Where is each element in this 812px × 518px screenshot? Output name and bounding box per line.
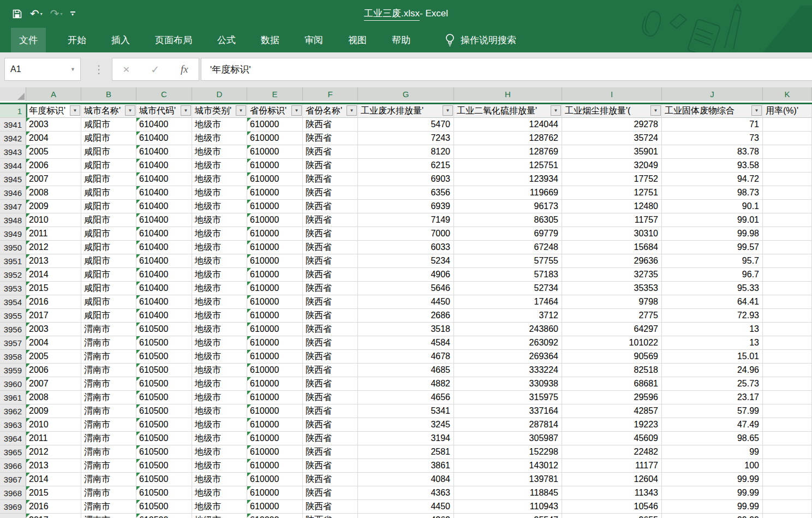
cell[interactable]: 610000 bbox=[247, 500, 303, 514]
row-number[interactable]: 3942 bbox=[0, 132, 26, 145]
cell[interactable]: 15684 bbox=[562, 241, 662, 254]
cell[interactable]: 陕西省 bbox=[303, 309, 358, 323]
cell[interactable]: 陕西省 bbox=[303, 118, 358, 132]
row-number[interactable]: 3943 bbox=[0, 145, 26, 159]
cell[interactable]: 610000 bbox=[247, 118, 303, 132]
save-button[interactable] bbox=[12, 9, 22, 19]
cell[interactable]: 地级市 bbox=[192, 473, 247, 486]
cell[interactable]: 渭南市 bbox=[81, 514, 136, 518]
column-header-F[interactable]: F bbox=[303, 87, 358, 101]
cell[interactable]: 610400 bbox=[136, 213, 192, 227]
cell[interactable]: 152298 bbox=[454, 445, 562, 459]
tab-view[interactable]: 视图 bbox=[343, 28, 372, 52]
row-number[interactable]: 3955 bbox=[0, 309, 26, 323]
tab-formulas[interactable]: 公式 bbox=[212, 28, 241, 52]
cell[interactable]: 99.01 bbox=[662, 213, 763, 227]
row-number[interactable]: 3961 bbox=[0, 391, 26, 404]
cell[interactable]: 610000 bbox=[247, 159, 303, 172]
cell[interactable]: 陕西省 bbox=[303, 323, 358, 336]
cell[interactable]: 2003 bbox=[26, 323, 81, 336]
cell[interactable]: 2016 bbox=[26, 500, 81, 514]
cell[interactable]: 610000 bbox=[247, 132, 303, 145]
cell[interactable]: 2686 bbox=[358, 309, 454, 323]
cell[interactable]: 陕西省 bbox=[303, 418, 358, 432]
cell[interactable]: 陕西省 bbox=[303, 254, 358, 268]
cell[interactable]: 5470 bbox=[358, 118, 454, 132]
cell[interactable]: 陕西省 bbox=[303, 364, 358, 377]
header-cell[interactable]: 省份标识'▼ bbox=[247, 104, 303, 118]
cell[interactable]: 咸阳市 bbox=[81, 145, 136, 159]
cell[interactable]: 陕西省 bbox=[303, 445, 358, 459]
cell[interactable]: 2008 bbox=[26, 391, 81, 404]
cell[interactable]: 610500 bbox=[136, 323, 192, 336]
cell[interactable]: 610000 bbox=[247, 323, 303, 336]
cell[interactable]: 地级市 bbox=[192, 241, 247, 254]
cell[interactable] bbox=[763, 254, 812, 268]
cell[interactable]: 124044 bbox=[454, 118, 562, 132]
cell[interactable]: 4656 bbox=[358, 391, 454, 404]
row-number[interactable]: 3960 bbox=[0, 377, 26, 391]
cell[interactable]: 35353 bbox=[562, 282, 662, 295]
cell[interactable]: 24.96 bbox=[662, 364, 763, 377]
cell[interactable]: 地级市 bbox=[192, 418, 247, 432]
cell[interactable] bbox=[763, 404, 812, 418]
select-all-corner[interactable] bbox=[0, 87, 26, 101]
cell[interactable]: 610500 bbox=[136, 459, 192, 473]
cell[interactable] bbox=[763, 377, 812, 391]
cell[interactable]: 98.73 bbox=[662, 186, 763, 200]
cell[interactable]: 13 bbox=[662, 336, 763, 350]
cell[interactable]: 陕西省 bbox=[303, 336, 358, 350]
cell[interactable]: 5234 bbox=[358, 254, 454, 268]
cell[interactable]: 陕西省 bbox=[303, 459, 358, 473]
cell[interactable] bbox=[763, 445, 812, 459]
cell[interactable]: 渭南市 bbox=[81, 391, 136, 404]
tab-page-layout[interactable]: 页面布局 bbox=[150, 28, 198, 52]
cell[interactable]: 地级市 bbox=[192, 118, 247, 132]
cell[interactable] bbox=[763, 200, 812, 213]
cell[interactable]: 269364 bbox=[454, 350, 562, 364]
cell[interactable] bbox=[763, 309, 812, 323]
cell[interactable]: 610400 bbox=[136, 172, 192, 186]
cell[interactable]: 610400 bbox=[136, 241, 192, 254]
cell[interactable]: 6903 bbox=[358, 172, 454, 186]
cell[interactable]: 99.99 bbox=[662, 514, 763, 518]
row-number[interactable]: 3945 bbox=[0, 172, 26, 186]
formula-bar-resize-handle[interactable]: ⋮ bbox=[93, 58, 104, 81]
cell[interactable]: 610500 bbox=[136, 336, 192, 350]
cell[interactable]: 2010 bbox=[26, 418, 81, 432]
cell[interactable]: 315975 bbox=[454, 391, 562, 404]
header-cell[interactable]: 工业烟尘排放量'(▼ bbox=[562, 104, 662, 118]
cell[interactable]: 610000 bbox=[247, 241, 303, 254]
row-number[interactable]: 3950 bbox=[0, 241, 26, 254]
filter-dropdown-icon[interactable]: ▼ bbox=[347, 105, 357, 116]
cell[interactable]: 139781 bbox=[454, 473, 562, 486]
cell[interactable]: 10546 bbox=[562, 500, 662, 514]
cell[interactable]: 123934 bbox=[454, 172, 562, 186]
row-number[interactable]: 3951 bbox=[0, 254, 26, 268]
cell[interactable]: 地级市 bbox=[192, 391, 247, 404]
header-cell[interactable]: 城市代码'▼ bbox=[136, 104, 192, 118]
cell[interactable]: 陕西省 bbox=[303, 432, 358, 445]
cell[interactable] bbox=[763, 132, 812, 145]
cell[interactable]: 610500 bbox=[136, 377, 192, 391]
cell[interactable]: 陕西省 bbox=[303, 514, 358, 518]
cell[interactable]: 咸阳市 bbox=[81, 172, 136, 186]
cell[interactable] bbox=[763, 186, 812, 200]
cell[interactable]: 610500 bbox=[136, 418, 192, 432]
cell[interactable] bbox=[763, 473, 812, 486]
cell[interactable]: 17752 bbox=[562, 172, 662, 186]
cell[interactable]: 610000 bbox=[247, 404, 303, 418]
cell[interactable]: 610000 bbox=[247, 200, 303, 213]
cell[interactable] bbox=[763, 159, 812, 172]
tab-insert[interactable]: 插入 bbox=[106, 28, 135, 52]
insert-function-icon[interactable]: fx bbox=[181, 63, 188, 75]
cell[interactable]: 610400 bbox=[136, 200, 192, 213]
cell[interactable]: 64297 bbox=[562, 323, 662, 336]
row-number[interactable]: 3959 bbox=[0, 364, 26, 377]
cell[interactable]: 地级市 bbox=[192, 159, 247, 172]
cell[interactable]: 610400 bbox=[136, 186, 192, 200]
cell[interactable]: 42857 bbox=[562, 404, 662, 418]
cell[interactable]: 2014 bbox=[26, 268, 81, 282]
cell[interactable]: 渭南市 bbox=[81, 500, 136, 514]
row-number[interactable]: 3962 bbox=[0, 404, 26, 418]
